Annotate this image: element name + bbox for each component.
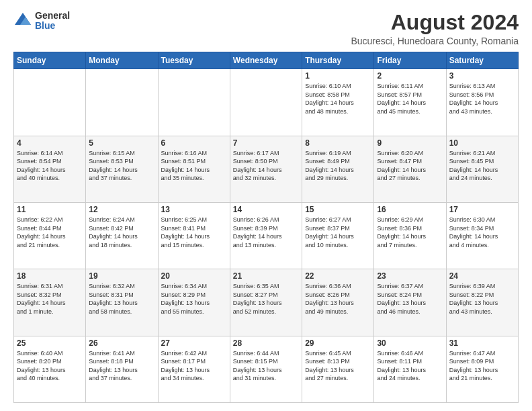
day-info-3-3: Sunrise: 6:35 AM Sunset: 8:27 PM Dayligh… <box>233 282 299 316</box>
day-info-1-0: Sunrise: 6:14 AM Sunset: 8:54 PM Dayligh… <box>17 149 83 183</box>
day-info-1-3: Sunrise: 6:17 AM Sunset: 8:50 PM Dayligh… <box>233 149 299 183</box>
cell-4-1: 26Sunrise: 6:41 AM Sunset: 8:18 PM Dayli… <box>86 336 158 402</box>
day-num-1-1: 5 <box>89 138 154 148</box>
day-num-2-1: 12 <box>89 205 154 214</box>
day-info-1-2: Sunrise: 6:16 AM Sunset: 8:51 PM Dayligh… <box>161 149 227 183</box>
col-wednesday: Wednesday <box>230 52 302 69</box>
day-num-4-1: 26 <box>89 338 154 348</box>
logo-icon <box>13 11 32 30</box>
day-num-3-6: 24 <box>449 271 515 281</box>
logo-blue-text: Blue <box>35 21 70 31</box>
cell-1-0: 4Sunrise: 6:14 AM Sunset: 8:54 PM Daylig… <box>14 136 86 202</box>
cell-3-6: 24Sunrise: 6:39 AM Sunset: 8:22 PM Dayli… <box>446 269 518 336</box>
calendar-body: 1Sunrise: 6:10 AM Sunset: 8:58 PM Daylig… <box>14 69 519 403</box>
day-info-2-1: Sunrise: 6:24 AM Sunset: 8:42 PM Dayligh… <box>89 216 154 249</box>
cell-1-6: 10Sunrise: 6:21 AM Sunset: 8:45 PM Dayli… <box>446 136 518 202</box>
cell-2-3: 14Sunrise: 6:26 AM Sunset: 8:39 PM Dayli… <box>230 202 302 269</box>
day-num-1-0: 4 <box>17 138 83 148</box>
day-info-4-4: Sunrise: 6:45 AM Sunset: 8:13 PM Dayligh… <box>305 349 371 383</box>
cell-0-3 <box>230 69 302 136</box>
cell-1-2: 6Sunrise: 6:16 AM Sunset: 8:51 PM Daylig… <box>158 136 230 202</box>
page: General Blue August 2024 Bucuresci, Hune… <box>0 0 532 411</box>
week-row-4: 25Sunrise: 6:40 AM Sunset: 8:20 PM Dayli… <box>14 336 519 402</box>
day-num-3-2: 20 <box>161 271 227 281</box>
day-info-3-0: Sunrise: 6:31 AM Sunset: 8:32 PM Dayligh… <box>17 282 83 316</box>
cell-2-0: 11Sunrise: 6:22 AM Sunset: 8:44 PM Dayli… <box>14 202 86 269</box>
cell-1-3: 7Sunrise: 6:17 AM Sunset: 8:50 PM Daylig… <box>230 136 302 202</box>
day-num-2-4: 15 <box>305 205 371 214</box>
day-info-4-2: Sunrise: 6:42 AM Sunset: 8:17 PM Dayligh… <box>161 349 227 383</box>
cell-0-0 <box>14 69 86 136</box>
day-num-3-0: 18 <box>17 271 83 281</box>
cell-4-2: 27Sunrise: 6:42 AM Sunset: 8:17 PM Dayli… <box>158 336 230 402</box>
cell-1-5: 9Sunrise: 6:20 AM Sunset: 8:47 PM Daylig… <box>374 136 446 202</box>
day-num-2-5: 16 <box>377 205 443 214</box>
day-num-1-5: 9 <box>377 138 443 148</box>
day-num-2-3: 14 <box>233 205 299 214</box>
cell-2-5: 16Sunrise: 6:29 AM Sunset: 8:36 PM Dayli… <box>374 202 446 269</box>
header: General Blue August 2024 Bucuresci, Hune… <box>13 11 519 46</box>
col-friday: Friday <box>374 52 446 69</box>
day-info-1-6: Sunrise: 6:21 AM Sunset: 8:45 PM Dayligh… <box>449 149 515 183</box>
calendar-header: Sunday Monday Tuesday Wednesday Thursday… <box>14 52 519 69</box>
day-info-2-4: Sunrise: 6:27 AM Sunset: 8:37 PM Dayligh… <box>305 216 371 249</box>
col-saturday: Saturday <box>446 52 518 69</box>
cell-4-5: 30Sunrise: 6:46 AM Sunset: 8:11 PM Dayli… <box>374 336 446 402</box>
logo-general-text: General <box>35 11 70 21</box>
calendar-table: Sunday Monday Tuesday Wednesday Thursday… <box>13 52 519 403</box>
day-info-3-5: Sunrise: 6:37 AM Sunset: 8:24 PM Dayligh… <box>377 282 443 316</box>
week-row-3: 18Sunrise: 6:31 AM Sunset: 8:32 PM Dayli… <box>14 269 519 336</box>
day-num-0-6: 3 <box>449 71 515 81</box>
day-num-4-0: 25 <box>17 338 83 348</box>
day-info-2-0: Sunrise: 6:22 AM Sunset: 8:44 PM Dayligh… <box>17 216 83 249</box>
cell-0-1 <box>86 69 158 136</box>
cell-0-6: 3Sunrise: 6:13 AM Sunset: 8:56 PM Daylig… <box>446 69 518 136</box>
day-num-3-1: 19 <box>89 271 154 281</box>
day-num-2-2: 13 <box>161 205 227 214</box>
day-num-4-6: 31 <box>449 338 515 348</box>
day-num-4-4: 29 <box>305 338 371 348</box>
cell-2-2: 13Sunrise: 6:25 AM Sunset: 8:41 PM Dayli… <box>158 202 230 269</box>
cell-4-4: 29Sunrise: 6:45 AM Sunset: 8:13 PM Dayli… <box>302 336 374 402</box>
day-info-0-5: Sunrise: 6:11 AM Sunset: 8:57 PM Dayligh… <box>377 82 443 116</box>
day-info-1-4: Sunrise: 6:19 AM Sunset: 8:49 PM Dayligh… <box>305 149 371 183</box>
day-info-3-4: Sunrise: 6:36 AM Sunset: 8:26 PM Dayligh… <box>305 282 371 316</box>
cell-4-3: 28Sunrise: 6:44 AM Sunset: 8:15 PM Dayli… <box>230 336 302 402</box>
day-info-0-4: Sunrise: 6:10 AM Sunset: 8:58 PM Dayligh… <box>305 82 371 116</box>
day-num-2-0: 11 <box>17 205 83 214</box>
day-num-0-4: 1 <box>305 71 371 81</box>
day-num-1-2: 6 <box>161 138 227 148</box>
day-info-1-1: Sunrise: 6:15 AM Sunset: 8:53 PM Dayligh… <box>89 149 154 183</box>
day-info-0-6: Sunrise: 6:13 AM Sunset: 8:56 PM Dayligh… <box>449 82 515 116</box>
header-row: Sunday Monday Tuesday Wednesday Thursday… <box>14 52 519 69</box>
subtitle: Bucuresci, Hunedoara County, Romania <box>351 36 519 46</box>
day-info-2-3: Sunrise: 6:26 AM Sunset: 8:39 PM Dayligh… <box>233 216 299 249</box>
day-num-4-5: 30 <box>377 338 443 348</box>
day-info-4-1: Sunrise: 6:41 AM Sunset: 8:18 PM Dayligh… <box>89 349 154 383</box>
day-info-4-6: Sunrise: 6:47 AM Sunset: 8:09 PM Dayligh… <box>449 349 515 383</box>
day-info-4-3: Sunrise: 6:44 AM Sunset: 8:15 PM Dayligh… <box>233 349 299 383</box>
day-info-2-6: Sunrise: 6:30 AM Sunset: 8:34 PM Dayligh… <box>449 216 515 249</box>
logo-text: General Blue <box>35 11 70 32</box>
cell-3-5: 23Sunrise: 6:37 AM Sunset: 8:24 PM Dayli… <box>374 269 446 336</box>
cell-1-4: 8Sunrise: 6:19 AM Sunset: 8:49 PM Daylig… <box>302 136 374 202</box>
week-row-0: 1Sunrise: 6:10 AM Sunset: 8:58 PM Daylig… <box>14 69 519 136</box>
cell-3-0: 18Sunrise: 6:31 AM Sunset: 8:32 PM Dayli… <box>14 269 86 336</box>
day-num-1-3: 7 <box>233 138 299 148</box>
day-num-3-5: 23 <box>377 271 443 281</box>
cell-1-1: 5Sunrise: 6:15 AM Sunset: 8:53 PM Daylig… <box>86 136 158 202</box>
day-info-4-5: Sunrise: 6:46 AM Sunset: 8:11 PM Dayligh… <box>377 349 443 383</box>
col-thursday: Thursday <box>302 52 374 69</box>
cell-3-1: 19Sunrise: 6:32 AM Sunset: 8:31 PM Dayli… <box>86 269 158 336</box>
cell-3-4: 22Sunrise: 6:36 AM Sunset: 8:26 PM Dayli… <box>302 269 374 336</box>
cell-4-0: 25Sunrise: 6:40 AM Sunset: 8:20 PM Dayli… <box>14 336 86 402</box>
cell-4-6: 31Sunrise: 6:47 AM Sunset: 8:09 PM Dayli… <box>446 336 518 402</box>
week-row-2: 11Sunrise: 6:22 AM Sunset: 8:44 PM Dayli… <box>14 202 519 269</box>
cell-2-1: 12Sunrise: 6:24 AM Sunset: 8:42 PM Dayli… <box>86 202 158 269</box>
day-num-4-3: 28 <box>233 338 299 348</box>
col-monday: Monday <box>86 52 158 69</box>
cell-0-5: 2Sunrise: 6:11 AM Sunset: 8:57 PM Daylig… <box>374 69 446 136</box>
col-sunday: Sunday <box>14 52 86 69</box>
day-num-2-6: 17 <box>449 205 515 214</box>
cell-2-4: 15Sunrise: 6:27 AM Sunset: 8:37 PM Dayli… <box>302 202 374 269</box>
